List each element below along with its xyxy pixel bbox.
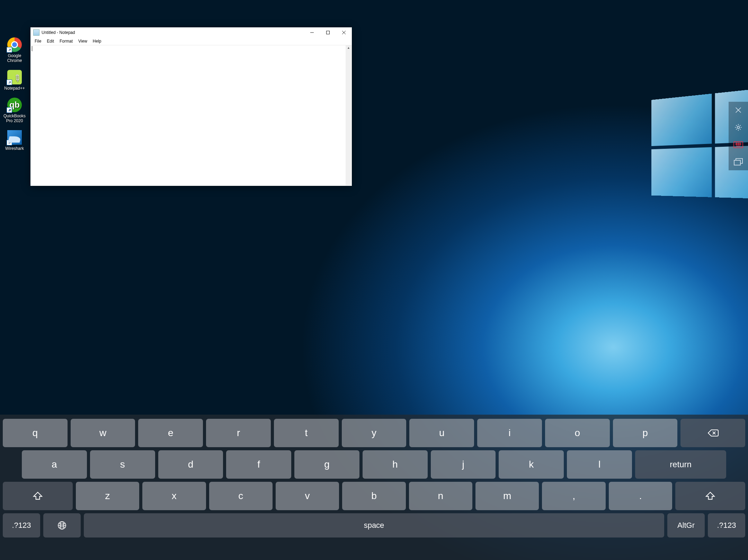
quickbooks-icon: qb↗	[7, 98, 22, 112]
desktop-icon-quickbooks[interactable]: qb↗ QuickBooks Pro 2020	[2, 98, 27, 123]
desktop-icon-label: Wireshark	[2, 146, 27, 151]
desktop-icon-wireshark[interactable]: ↗ Wireshark	[2, 130, 27, 151]
desktop-icons-column: ↗ Google Chrome ✎↗ Notepad++ qb↗ QuickBo…	[2, 37, 27, 151]
close-button[interactable]	[336, 27, 352, 38]
desktop-icon-label: QuickBooks Pro 2020	[2, 114, 27, 123]
window-title: Untitled - Notepad	[42, 30, 75, 35]
menu-edit[interactable]: Edit	[44, 38, 57, 45]
text-caret	[32, 46, 32, 51]
menu-help[interactable]: Help	[90, 38, 104, 45]
titlebar[interactable]: Untitled - Notepad	[30, 27, 352, 38]
vertical-scrollbar[interactable]: ▲	[346, 45, 351, 186]
notepad-app-icon	[33, 29, 39, 36]
desktop-icon-label: Google Chrome	[2, 53, 27, 63]
shortcut-overlay-icon: ↗	[7, 107, 12, 113]
desktop-icon-label: Notepad++	[2, 86, 27, 91]
menu-view[interactable]: View	[75, 38, 90, 45]
wireshark-icon: ↗	[7, 130, 22, 145]
menu-format[interactable]: Format	[57, 38, 75, 45]
minimize-button[interactable]	[304, 27, 320, 38]
chrome-icon: ↗	[7, 37, 22, 52]
notepad-window: Untitled - Notepad File Edit Format View…	[30, 27, 352, 186]
desktop-wallpaper: ↗ Google Chrome ✎↗ Notepad++ qb↗ QuickBo…	[0, 0, 440, 330]
menu-file[interactable]: File	[32, 38, 44, 45]
notepadpp-icon: ✎↗	[7, 70, 22, 84]
shortcut-overlay-icon: ↗	[7, 140, 12, 145]
text-editor-area[interactable]: ▲	[31, 45, 351, 186]
svg-rect-1	[327, 31, 330, 34]
desktop-icon-chrome[interactable]: ↗ Google Chrome	[2, 37, 27, 63]
menubar: File Edit Format View Help	[30, 38, 352, 45]
maximize-button[interactable]	[320, 27, 336, 38]
shortcut-overlay-icon: ↗	[7, 80, 12, 85]
desktop-icon-notepadpp[interactable]: ✎↗ Notepad++	[2, 70, 27, 91]
shortcut-overlay-icon: ↗	[7, 47, 12, 53]
